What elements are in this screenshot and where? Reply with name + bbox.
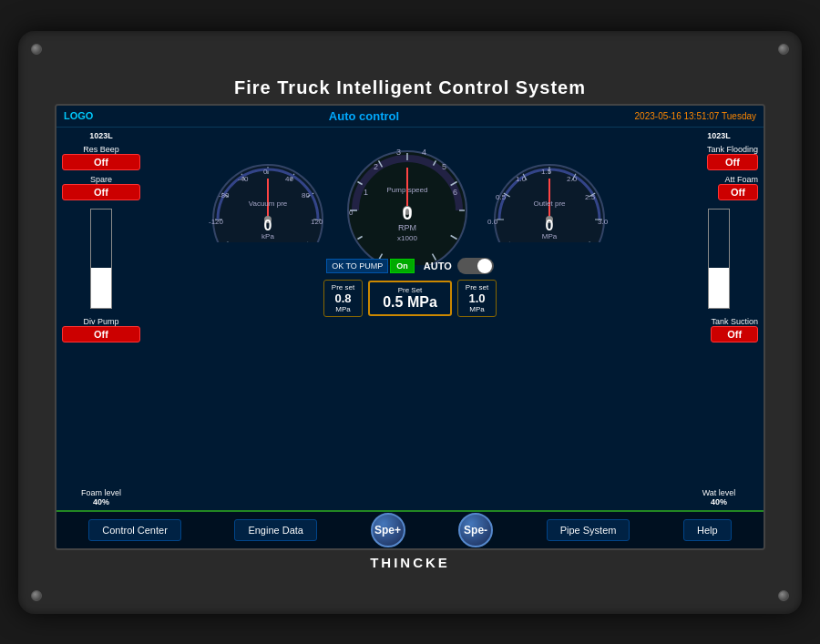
tank-suction-control: Tank Suction Off bbox=[711, 317, 758, 342]
spare-btn[interactable]: Off bbox=[62, 184, 140, 200]
preset-row: Pre set 0.8 MPa Pre Set 0.5 MPa Pre set … bbox=[323, 280, 497, 317]
svg-text:4: 4 bbox=[422, 148, 426, 157]
main-screen: LOGO Auto control 2023-05-16 13:51:07 Tu… bbox=[55, 104, 765, 550]
svg-text:2.0: 2.0 bbox=[567, 175, 578, 183]
right-level-label: 1023L bbox=[680, 131, 758, 140]
left-buttons: Res Beep Off Spare Off Div Pump bbox=[62, 145, 140, 342]
svg-text:-80: -80 bbox=[219, 191, 230, 199]
right-level-fill bbox=[709, 268, 729, 307]
center-panel: -120 -80 -40 0 40 80 120 Vacuum pre bbox=[144, 131, 676, 506]
toggle-knob bbox=[477, 259, 492, 273]
left-level-label: 1023L bbox=[62, 131, 140, 140]
svg-text:2.5: 2.5 bbox=[585, 193, 596, 201]
tank-suction-btn[interactable]: Off bbox=[711, 326, 758, 342]
wat-info: Wat level 40% bbox=[680, 488, 758, 506]
datetime-display: 2023-05-16 13:51:07 Tuesday bbox=[635, 111, 756, 121]
div-pump-btn[interactable]: Off bbox=[62, 326, 140, 342]
preset-right-unit: MPa bbox=[466, 305, 488, 313]
svg-text:120: 120 bbox=[311, 218, 323, 226]
left-level-fill bbox=[91, 268, 111, 307]
left-level-bar bbox=[90, 209, 112, 309]
preset-left-box: Pre set 0.8 MPa bbox=[323, 280, 363, 317]
svg-text:0: 0 bbox=[349, 209, 354, 217]
svg-text:Outlet pre: Outlet pre bbox=[533, 199, 566, 208]
svg-text:Pump speed: Pump speed bbox=[387, 186, 428, 194]
ok-to-pump-row: OK TO PUMP On bbox=[326, 259, 415, 273]
svg-text:-40: -40 bbox=[238, 175, 249, 183]
svg-text:0: 0 bbox=[546, 218, 554, 233]
svg-text:1.0: 1.0 bbox=[516, 175, 527, 183]
corner-screw-bl bbox=[31, 590, 42, 601]
svg-text:6: 6 bbox=[453, 188, 457, 197]
preset-right-box: Pre set 1.0 MPa bbox=[457, 280, 497, 317]
corner-screw-tr bbox=[778, 44, 789, 55]
res-beep-btn[interactable]: Off bbox=[62, 154, 140, 170]
svg-text:5: 5 bbox=[442, 162, 446, 171]
foam-level-value: 40% bbox=[62, 497, 140, 506]
vacuum-gauge-svg: -120 -80 -40 0 40 80 120 Vacuum pre bbox=[200, 156, 336, 242]
att-foam-control: Att Foam Off bbox=[718, 175, 758, 200]
svg-text:80: 80 bbox=[302, 191, 310, 199]
res-beep-label: Res Beep bbox=[62, 145, 140, 154]
speed-down-btn[interactable]: Spe- bbox=[458, 513, 493, 547]
att-foam-label: Att Foam bbox=[718, 175, 758, 184]
svg-text:MPa: MPa bbox=[542, 232, 558, 240]
ok-to-pump-label: OK TO PUMP bbox=[326, 259, 388, 273]
svg-text:3: 3 bbox=[396, 148, 401, 157]
div-pump-control: Div Pump Off bbox=[62, 317, 140, 342]
tank-flooding-label: Tank Flooding bbox=[707, 145, 758, 154]
top-bar: LOGO Auto control 2023-05-16 13:51:07 Tu… bbox=[56, 106, 764, 128]
wat-level-value: 40% bbox=[680, 497, 758, 506]
right-level-bar bbox=[708, 209, 730, 309]
svg-text:0.0: 0.0 bbox=[487, 218, 498, 226]
svg-text:3.0: 3.0 bbox=[598, 218, 609, 226]
svg-text:1: 1 bbox=[364, 188, 368, 197]
svg-text:1.5: 1.5 bbox=[541, 168, 552, 176]
pump-gauge: 1 2 3 4 5 6 0 Pump speed bbox=[342, 133, 474, 265]
svg-text:0: 0 bbox=[402, 203, 412, 223]
help-btn[interactable]: Help bbox=[683, 519, 732, 541]
vacuum-gauge: -120 -80 -40 0 40 80 120 Vacuum pre bbox=[200, 156, 336, 242]
control-center-btn[interactable]: Control Center bbox=[88, 519, 181, 541]
tank-flooding-control: Tank Flooding Off bbox=[707, 145, 758, 170]
corner-screw-br bbox=[778, 590, 789, 601]
outlet-gauge: 0.0 0.5 1.0 1.5 2.0 2.5 3.0 Outlet pre 0 bbox=[479, 156, 620, 242]
foam-info: Foam level 40% bbox=[62, 488, 140, 506]
tank-flooding-btn[interactable]: Off bbox=[707, 154, 758, 170]
brand-label: THINCKE bbox=[18, 550, 802, 575]
preset-left-value: 0.8 bbox=[332, 291, 354, 305]
svg-text:kPa: kPa bbox=[261, 232, 274, 240]
bottom-nav: Control Center Engine Data Spe+ Spe- Pip… bbox=[56, 510, 764, 548]
auto-toggle-row: AUTO bbox=[424, 258, 494, 274]
engine-data-btn[interactable]: Engine Data bbox=[234, 519, 317, 541]
svg-text:0: 0 bbox=[264, 218, 272, 233]
speed-up-btn[interactable]: Spe+ bbox=[371, 513, 405, 547]
left-panel: 1023L Res Beep Off Spare Off bbox=[62, 131, 140, 506]
tank-suction-label: Tank Suction bbox=[711, 317, 758, 326]
pump-gauge-svg: 1 2 3 4 5 6 0 Pump speed bbox=[342, 133, 474, 265]
auto-label: AUTO bbox=[424, 261, 452, 271]
pipe-system-btn[interactable]: Pipe System bbox=[547, 519, 630, 541]
preset-left-label: Pre set bbox=[332, 283, 354, 291]
device-frame: Fire Truck Intelligent Control System LO… bbox=[18, 31, 802, 614]
auto-toggle[interactable] bbox=[457, 258, 494, 274]
preset-main-value: 0.5 MPa bbox=[383, 294, 437, 311]
preset-main-label: Pre Set bbox=[383, 286, 437, 294]
res-beep-control: Res Beep Off bbox=[62, 145, 140, 170]
preset-right-value: 1.0 bbox=[466, 291, 488, 305]
preset-right-label: Pre set bbox=[466, 283, 488, 291]
svg-text:RPM: RPM bbox=[398, 223, 416, 232]
ok-to-pump-state: On bbox=[390, 259, 415, 273]
svg-text:x1000: x1000 bbox=[397, 234, 417, 242]
svg-text:0: 0 bbox=[263, 168, 268, 176]
right-buttons: Tank Flooding Off Att Foam Off Tan bbox=[680, 145, 758, 342]
svg-text:2: 2 bbox=[374, 162, 378, 171]
spare-label: Spare bbox=[62, 175, 140, 184]
wat-level-label: Wat level bbox=[680, 488, 758, 497]
right-panel: 1023L Tank Flooding Off Att Foam Off bbox=[680, 131, 758, 506]
svg-text:Vacuum pre: Vacuum pre bbox=[249, 199, 288, 208]
div-pump-label: Div Pump bbox=[62, 317, 140, 326]
att-foam-btn[interactable]: Off bbox=[718, 184, 758, 200]
outlet-gauge-svg: 0.0 0.5 1.0 1.5 2.0 2.5 3.0 Outlet pre 0 bbox=[479, 156, 620, 242]
corner-screw-tl bbox=[31, 44, 42, 55]
